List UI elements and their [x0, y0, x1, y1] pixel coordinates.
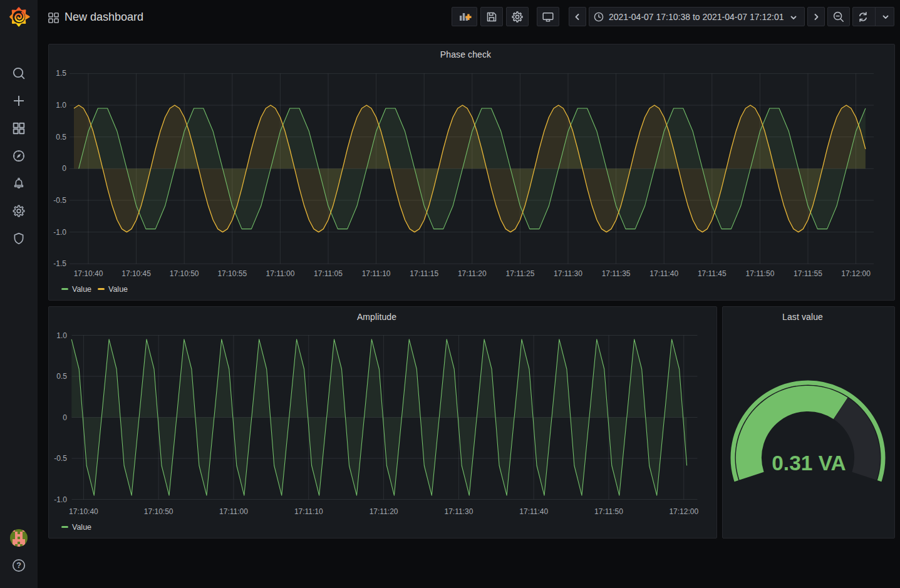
svg-text:?: ? [16, 561, 21, 570]
